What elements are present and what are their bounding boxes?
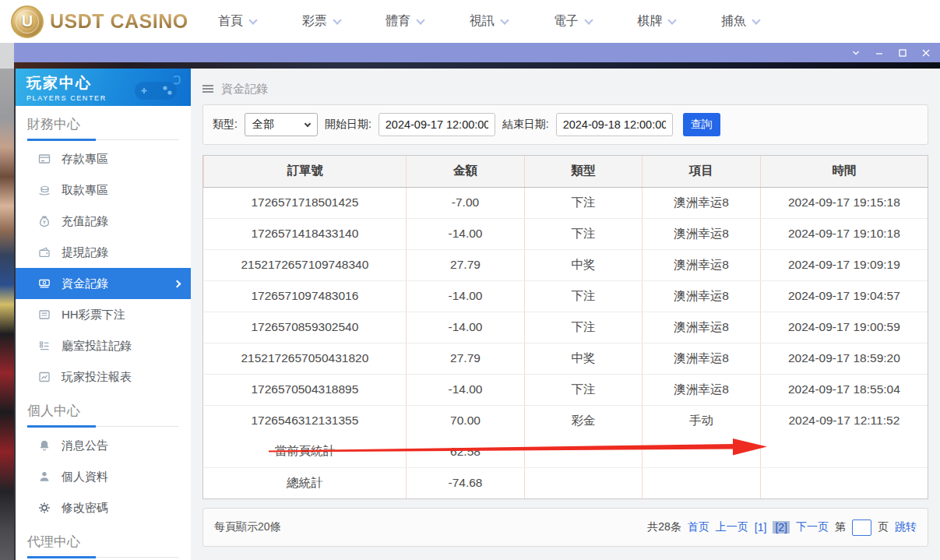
cell-empty xyxy=(643,467,761,498)
cell-item: 澳洲幸运8 xyxy=(643,218,761,249)
start-date-label: 開始日期: xyxy=(325,118,371,132)
sidebar-item-label: 取款專區 xyxy=(62,183,108,198)
window-dropdown-button[interactable] xyxy=(850,47,862,59)
sidebar-item-player-bet-report[interactable]: 玩家投注報表 xyxy=(16,361,191,393)
chevron-down-icon xyxy=(248,16,257,24)
money-bag-icon xyxy=(37,215,51,227)
chevron-down-icon xyxy=(333,16,341,24)
table-row: 1726571097483016 -14.00 下注 澳洲幸运8 2024-09… xyxy=(204,280,928,312)
query-button[interactable]: 查詢 xyxy=(683,113,720,136)
sidebar-item-deposit-zone[interactable]: 存款專區 xyxy=(16,143,191,174)
sidebar-item-withdrawal-record[interactable]: 提現記錄 xyxy=(16,237,191,268)
nav-item-boardgames[interactable]: 棋牌 xyxy=(637,13,675,30)
type-select[interactable]: 全部 xyxy=(245,113,318,136)
sidebar-item-label: 資金記錄 xyxy=(62,276,108,291)
players-center-banner: 玩家中心 PLAYERS CENTER xyxy=(16,69,191,106)
cell-order-number: 1726546312131355 xyxy=(204,405,407,436)
cell-order-number: 2152172657050431820 xyxy=(204,343,407,374)
cell-type: 下注 xyxy=(524,374,643,405)
jump-suffix: 页 xyxy=(878,520,889,534)
table-row: 1726571418433140 -14.00 下注 澳洲幸运8 2024-09… xyxy=(204,218,928,249)
cell-item: 手动 xyxy=(643,405,761,436)
sidebar-item-profile[interactable]: 個人資料 xyxy=(16,461,191,492)
pagination-page-2-current[interactable]: [2] xyxy=(773,521,790,534)
nav-label: 電子 xyxy=(554,13,579,30)
site-header: U USDT CASINO 首頁 彩票 體育 視訊 電子 棋牌 捕魚 xyxy=(0,0,940,43)
summary-row-total: 總統計 -74.68 xyxy=(204,467,928,498)
end-date-label: 結束日期: xyxy=(502,118,549,132)
nav-item-slots[interactable]: 電子 xyxy=(554,13,592,30)
chevron-down-icon xyxy=(417,16,425,24)
content-top-strip xyxy=(14,62,940,69)
window-minimize-button[interactable] xyxy=(873,47,885,59)
pagination-next[interactable]: 下一页 xyxy=(796,520,829,534)
section-agent-center: 代理中心 xyxy=(27,533,179,558)
cell-empty xyxy=(524,467,643,498)
end-date-input[interactable] xyxy=(556,113,673,136)
sidebar-item-funds-record[interactable]: 資金記錄 xyxy=(16,268,191,299)
main-nav: 首頁 彩票 體育 視訊 電子 棋牌 捕魚 xyxy=(218,13,759,30)
cell-amount: -14.00 xyxy=(407,218,525,249)
chevron-down-icon xyxy=(668,16,677,24)
list-icon xyxy=(37,308,51,321)
window-close-button[interactable] xyxy=(920,47,932,59)
sidebar-item-label: 個人資料 xyxy=(62,470,108,484)
cell-time: 2024-09-17 19:04:57 xyxy=(760,280,928,312)
cell-empty xyxy=(643,436,761,467)
cell-amount: 70.00 xyxy=(407,405,525,436)
cell-type: 下注 xyxy=(524,218,643,249)
pagination-prev[interactable]: 上一页 xyxy=(716,520,748,534)
nav-item-home[interactable]: 首頁 xyxy=(218,13,256,30)
cell-order-number: 1726570859302540 xyxy=(204,312,407,343)
sidebar-item-label: 提現記錄 xyxy=(62,245,108,260)
logo-letter: U xyxy=(22,12,33,30)
sidebar-item-change-password[interactable]: 修改密碼 xyxy=(16,492,191,523)
sidebar-item-label: 充值記錄 xyxy=(62,214,108,229)
table-row: 2152172657050431820 27.79 中奖 澳洲幸运8 2024-… xyxy=(204,343,928,374)
chevron-down-icon xyxy=(500,16,509,24)
titlebar-left-gap xyxy=(0,43,14,69)
cell-item: 澳洲幸运8 xyxy=(643,343,761,374)
cell-amount: -14.00 xyxy=(407,312,525,343)
sidebar-item-announcements[interactable]: 消息公告 xyxy=(16,430,191,461)
pagination-bar: 每頁顯示20條 共28条 首页 上一页 [1] [2] 下一页 第 页 跳转 xyxy=(202,508,928,547)
page-jump-input[interactable] xyxy=(852,519,871,536)
sidebar-item-withdraw-zone[interactable]: 取款專區 xyxy=(16,174,191,206)
cell-item: 澳洲幸运8 xyxy=(643,249,761,280)
jump-prefix: 第 xyxy=(835,520,846,534)
cell-type: 彩金 xyxy=(524,405,643,436)
pagination-page-1[interactable]: [1] xyxy=(755,521,767,534)
pagination-jump-link[interactable]: 跳转 xyxy=(895,520,917,534)
table-row: 1726546312131355 70.00 彩金 手动 2024-09-17 … xyxy=(204,405,928,436)
menu-icon[interactable] xyxy=(202,88,213,90)
nav-label: 視訊 xyxy=(470,13,495,30)
cell-item: 澳洲幸运8 xyxy=(643,280,761,312)
cell-time: 2024-09-17 19:00:59 xyxy=(760,312,928,343)
sidebar-item-label: 消息公告 xyxy=(62,438,108,453)
sidebar-item-room-bet-record[interactable]: 廳室投註記錄 xyxy=(16,330,191,361)
nav-item-fishing[interactable]: 捕魚 xyxy=(721,13,759,30)
sidebar-item-hh-lottery-bets[interactable]: HH彩票下注 xyxy=(16,299,191,330)
cell-empty xyxy=(524,436,643,467)
cell-type: 中奖 xyxy=(524,249,643,280)
chevron-right-icon xyxy=(174,280,181,287)
nav-item-lottery[interactable]: 彩票 xyxy=(302,13,340,30)
nav-label: 首頁 xyxy=(218,13,243,30)
nav-item-video[interactable]: 視訊 xyxy=(470,13,508,30)
start-date-input[interactable] xyxy=(378,113,495,136)
table-row: 1726571718501425 -7.00 下注 澳洲幸运8 2024-09-… xyxy=(204,187,928,218)
pagination: 共28条 首页 上一页 [1] [2] 下一页 第 页 跳转 xyxy=(647,519,917,536)
sidebar-item-label: 存款專區 xyxy=(62,152,108,167)
column-header: 金額 xyxy=(407,156,525,187)
cell-amount: 27.79 xyxy=(407,249,525,280)
cell-item: 澳洲幸运8 xyxy=(643,312,761,343)
gear-icon xyxy=(37,502,51,514)
window-maximize-button[interactable] xyxy=(896,47,909,59)
brand-logo-icon: U xyxy=(11,5,44,38)
minimize-icon xyxy=(874,48,885,58)
nav-item-sports[interactable]: 體育 xyxy=(386,13,424,30)
sidebar-item-recharge-record[interactable]: 充值記錄 xyxy=(16,206,191,237)
pagination-first[interactable]: 首页 xyxy=(688,520,709,534)
window-titlebar xyxy=(14,43,940,62)
brand-name: USDT CASINO xyxy=(50,10,188,33)
